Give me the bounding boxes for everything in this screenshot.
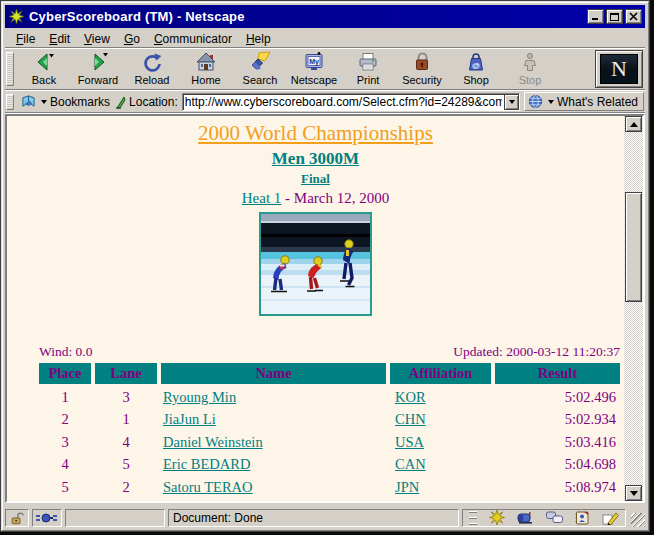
url-input[interactable] bbox=[183, 95, 504, 109]
reload-label: Reload bbox=[135, 74, 170, 86]
menu-edit[interactable]: Edit bbox=[44, 31, 75, 47]
bookmarks-dropdown-icon bbox=[41, 100, 47, 104]
composer-component-icon[interactable] bbox=[602, 511, 619, 525]
security-label: Security bbox=[402, 74, 442, 86]
title-bar[interactable]: CyberScoreboard (TM) - Netscape bbox=[5, 5, 645, 28]
back-label: Back bbox=[32, 74, 56, 86]
affiliation-link: JPN bbox=[390, 476, 491, 498]
component-bar-grip[interactable] bbox=[469, 511, 477, 525]
netscape-n-logo: N bbox=[600, 54, 638, 84]
result-cell: 5:02.496 bbox=[495, 386, 620, 408]
scroll-down-icon bbox=[630, 491, 638, 496]
place-cell: 3 bbox=[39, 431, 91, 453]
scroll-down-button[interactable] bbox=[625, 485, 642, 501]
menu-view[interactable]: View bbox=[79, 31, 115, 47]
shop-label: Shop bbox=[463, 74, 489, 86]
affiliation-code[interactable]: JPN bbox=[395, 479, 419, 495]
athlete-link: Ryoung Min bbox=[161, 386, 386, 408]
lane-cell: 4 bbox=[95, 431, 157, 453]
vertical-scrollbar[interactable] bbox=[624, 116, 643, 501]
inbox-component-icon[interactable] bbox=[517, 511, 534, 524]
netscape-logo-button[interactable]: N bbox=[595, 50, 643, 88]
athlete-link: Daniel Weinstein bbox=[161, 431, 386, 453]
toolbar-grab-handle[interactable] bbox=[6, 52, 14, 86]
forward-label: Forward bbox=[78, 74, 118, 86]
affiliation-code[interactable]: CAN bbox=[395, 456, 426, 472]
bookmarks-button[interactable]: Bookmarks bbox=[17, 94, 114, 110]
scrollbar-thumb[interactable] bbox=[625, 192, 642, 302]
place-cell: 6 bbox=[39, 498, 91, 501]
athlete-link: Francois-Louis Tremblay bbox=[161, 498, 386, 501]
progress-bar-panel bbox=[65, 509, 165, 527]
lane-cell: 1 bbox=[95, 408, 157, 430]
back-button[interactable]: Back bbox=[17, 50, 71, 88]
menu-file[interactable]: File bbox=[11, 31, 40, 47]
address-book-component-icon[interactable] bbox=[575, 511, 590, 525]
heat-link[interactable]: Heat 1 bbox=[242, 190, 282, 206]
netscape-button[interactable]: My Netscape bbox=[287, 50, 341, 88]
close-button[interactable] bbox=[625, 9, 642, 24]
event-link[interactable]: Men 3000M bbox=[272, 149, 359, 168]
print-button[interactable]: Print bbox=[341, 50, 395, 88]
location-page-icon[interactable] bbox=[114, 95, 127, 109]
place-cell: 1 bbox=[39, 386, 91, 408]
column-header-place: Place bbox=[39, 363, 91, 384]
location-label: Location: bbox=[129, 95, 178, 109]
whats-related-button[interactable]: What's Related bbox=[524, 92, 644, 111]
svg-text:My: My bbox=[309, 58, 319, 66]
url-field-wrap bbox=[182, 93, 520, 111]
athlete-name[interactable]: Satoru TERAO bbox=[163, 479, 253, 495]
shop-bag-icon: @ bbox=[465, 51, 487, 73]
column-header-affiliation: Affiliation bbox=[390, 363, 491, 384]
netscape-window: CyberScoreboard (TM) - Netscape File Edi… bbox=[0, 0, 650, 532]
affiliation-code[interactable]: KOR bbox=[395, 389, 426, 405]
minimize-button[interactable] bbox=[587, 9, 604, 24]
navigator-component-icon[interactable] bbox=[489, 510, 505, 525]
championships-title-link[interactable]: 2000 World Championships bbox=[198, 121, 433, 146]
result-cell: 5:14.762 bbox=[495, 498, 620, 501]
affiliation-link: KOR bbox=[390, 386, 491, 408]
athlete-name[interactable]: Daniel Weinstein bbox=[163, 434, 263, 450]
online-status-panel[interactable] bbox=[32, 509, 62, 527]
maximize-icon bbox=[610, 12, 619, 21]
maximize-button[interactable] bbox=[606, 9, 623, 24]
discussions-component-icon[interactable] bbox=[546, 511, 563, 524]
shop-button[interactable]: @ Shop bbox=[449, 50, 503, 88]
security-status-panel[interactable] bbox=[5, 509, 29, 527]
round-link[interactable]: Final bbox=[301, 171, 330, 186]
security-button[interactable]: Security bbox=[395, 50, 449, 88]
home-button[interactable]: Home bbox=[179, 50, 233, 88]
location-bar: Bookmarks Location: What's Related bbox=[5, 91, 645, 113]
location-grab-handle[interactable] bbox=[6, 94, 14, 110]
forward-button[interactable]: Forward bbox=[71, 50, 125, 88]
result-cell: 5:04.698 bbox=[495, 453, 620, 475]
home-label: Home bbox=[191, 74, 220, 86]
reload-button[interactable]: Reload bbox=[125, 50, 179, 88]
menu-communicator[interactable]: Communicator bbox=[149, 31, 237, 47]
lane-cell: 3 bbox=[95, 386, 157, 408]
affiliation-code[interactable]: CHN bbox=[395, 411, 426, 427]
scroll-up-button[interactable] bbox=[625, 116, 642, 132]
menu-go[interactable]: Go bbox=[119, 31, 145, 47]
lane-cell: 5 bbox=[95, 453, 157, 475]
search-button[interactable]: Search bbox=[233, 50, 287, 88]
affiliation-link: CAN bbox=[390, 453, 491, 475]
athlete-name[interactable]: Eric BEDARD bbox=[163, 456, 250, 472]
lane-cell: 2 bbox=[95, 476, 157, 498]
place-cell: 4 bbox=[39, 453, 91, 475]
wind-updated-row: Wind: 0.0 Updated: 2000-03-12 11:20:37 bbox=[39, 344, 620, 360]
url-dropdown-button[interactable] bbox=[504, 94, 519, 110]
affiliation-code[interactable]: USA bbox=[395, 434, 424, 450]
forward-arrow-icon bbox=[87, 51, 109, 73]
search-label: Search bbox=[243, 74, 278, 86]
skaters-photo bbox=[259, 212, 372, 316]
affiliation-link: USA bbox=[390, 431, 491, 453]
menu-help[interactable]: Help bbox=[241, 31, 276, 47]
resize-grip[interactable] bbox=[631, 513, 645, 527]
athlete-name[interactable]: JiaJun Li bbox=[163, 411, 216, 427]
stop-label: Stop bbox=[519, 74, 542, 86]
athlete-name[interactable]: Ryoung Min bbox=[163, 389, 236, 405]
my-netscape-icon: My bbox=[303, 51, 325, 73]
svg-text:@: @ bbox=[472, 61, 480, 70]
affiliation-link: CHN bbox=[390, 408, 491, 430]
